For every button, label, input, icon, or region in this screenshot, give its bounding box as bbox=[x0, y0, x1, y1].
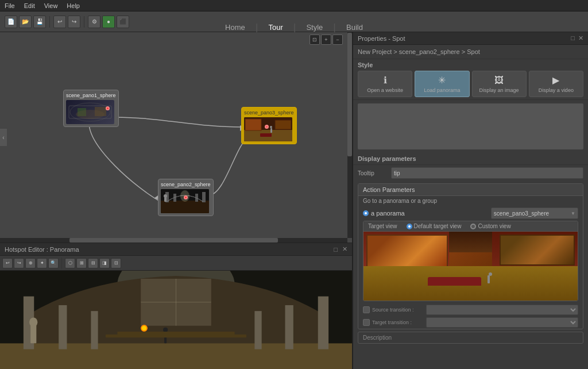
node-2-thumb bbox=[161, 189, 209, 213]
action-parameters-section: Action Parameters Go to a panorama or a … bbox=[358, 183, 583, 329]
ht-btn-9[interactable]: ◨ bbox=[99, 258, 110, 268]
target-view-image[interactable] bbox=[363, 232, 578, 301]
ht-btn-10[interactable]: ⊡ bbox=[111, 258, 121, 268]
style-tab-open-website[interactable]: ℹ Open a website bbox=[358, 71, 412, 97]
target-transition-checkbox[interactable] bbox=[363, 319, 370, 326]
pano-render bbox=[0, 271, 352, 369]
svg-rect-18 bbox=[245, 119, 261, 130]
props-expand-btn[interactable]: □ bbox=[571, 34, 575, 42]
default-view-radio[interactable] bbox=[407, 224, 412, 229]
svg-rect-25 bbox=[0, 343, 352, 369]
panorama-view[interactable]: Low Resolution (click here to load full … bbox=[0, 271, 352, 369]
svg-rect-14 bbox=[164, 197, 167, 202]
museum-figure-head bbox=[489, 272, 492, 276]
toolbar-separator-2 bbox=[84, 16, 84, 28]
description-title: Description bbox=[363, 335, 578, 341]
custom-view-radio[interactable] bbox=[470, 224, 476, 229]
save-button[interactable]: 💾 bbox=[33, 16, 46, 28]
style-tab-label-3: Display a video bbox=[539, 87, 574, 93]
display-params-title: Display parameters bbox=[353, 153, 588, 165]
export-button[interactable]: ⬛ bbox=[117, 16, 129, 28]
ht-btn-5[interactable]: 🔍 bbox=[48, 258, 59, 268]
menu-view[interactable]: View bbox=[44, 2, 58, 9]
style-tab-display-image[interactable]: 🖼 Display an image bbox=[472, 71, 527, 97]
select-dropdown-arrow: ▼ bbox=[571, 211, 575, 216]
canvas-vscrollbar[interactable] bbox=[347, 32, 352, 238]
main-content: scene_pano1_sphere s bbox=[0, 32, 588, 369]
style-tab-load-panorama[interactable]: ✳ Load panorama bbox=[415, 71, 469, 97]
ht-btn-6[interactable]: ⬡ bbox=[65, 258, 75, 268]
properties-title: Properties - Spot bbox=[358, 35, 405, 42]
canvas-zoom-fit[interactable]: ⊡ bbox=[310, 34, 320, 45]
svg-rect-31 bbox=[254, 311, 261, 349]
svg-rect-12 bbox=[202, 192, 206, 202]
ht-btn-2[interactable]: ↪ bbox=[14, 258, 24, 268]
node-panel: scene_pano1_sphere s bbox=[0, 32, 353, 369]
action-params-title: Action Parameters bbox=[358, 184, 583, 196]
node-1-hotspot bbox=[106, 106, 110, 110]
hotspot-toolbar: ↩ ↪ ⊕ ✦ 🔍 ⬡ ⊞ ⊟ ◨ ⊡ bbox=[0, 256, 352, 271]
undo-button[interactable]: ↩ bbox=[53, 16, 66, 28]
action-go-to-panorama-label: Go to a panorama or a group bbox=[358, 196, 583, 206]
ht-btn-3[interactable]: ⊕ bbox=[25, 258, 36, 268]
hotspot-editor: Hotspot Editor : Panorama □ ✕ ↩ ↪ ⊕ ✦ 🔍 … bbox=[0, 243, 352, 369]
style-tab-display-video[interactable]: ▶ Display a video bbox=[529, 71, 583, 97]
node-3-title: scene_pano3_sphere bbox=[244, 110, 294, 116]
ht-btn-8[interactable]: ⊟ bbox=[88, 258, 98, 268]
props-close-btn[interactable]: ✕ bbox=[578, 34, 583, 42]
properties-panel: Properties - Spot □ ✕ New Project > scen… bbox=[353, 32, 588, 369]
style-section-label: Style bbox=[353, 59, 588, 71]
svg-rect-35 bbox=[30, 325, 36, 344]
style-tab-label-1: Load panorama bbox=[424, 87, 460, 93]
target-panorama-value: scene_pano3_sphere bbox=[494, 210, 549, 217]
redo-button[interactable]: ↪ bbox=[68, 16, 80, 28]
green-button[interactable]: ● bbox=[102, 16, 115, 28]
svg-rect-21 bbox=[270, 128, 272, 133]
target-panorama-select[interactable]: scene_pano3_sphere ▼ bbox=[491, 207, 578, 219]
target-transition-select[interactable] bbox=[426, 317, 578, 328]
source-transition-select[interactable] bbox=[426, 305, 578, 315]
menu-bar: File Edit View Help bbox=[0, 0, 588, 11]
svg-point-36 bbox=[29, 317, 37, 326]
node-1-title: scene_pano1_sphere bbox=[66, 93, 116, 98]
node-scene-pano1[interactable]: scene_pano1_sphere bbox=[63, 90, 119, 127]
menu-file[interactable]: File bbox=[5, 2, 15, 9]
ht-sep bbox=[61, 257, 62, 269]
source-transition-label: Source transition : bbox=[372, 307, 424, 313]
panorama-radio[interactable] bbox=[363, 210, 369, 216]
svg-rect-30 bbox=[285, 305, 293, 349]
svg-rect-40 bbox=[117, 332, 234, 335]
ht-btn-1[interactable]: ↩ bbox=[2, 258, 13, 268]
node-scene-pano2[interactable]: scene_pano2_sphere bbox=[158, 179, 214, 216]
menu-edit[interactable]: Edit bbox=[24, 2, 35, 9]
node-scene-pano3[interactable]: scene_pano3_sphere bbox=[241, 107, 297, 144]
svg-rect-29 bbox=[318, 297, 328, 349]
style-preview bbox=[358, 103, 583, 149]
hotspot-expand-btn[interactable]: □ bbox=[334, 246, 338, 253]
tooltip-input[interactable] bbox=[391, 167, 583, 179]
properties-scroll[interactable]: New Project > scene_pano2_sphere > Spot … bbox=[353, 45, 588, 369]
node-canvas[interactable]: scene_pano1_sphere s bbox=[0, 32, 352, 243]
left-arrow[interactable]: ‹ bbox=[0, 129, 7, 146]
museum-figure-body bbox=[488, 275, 490, 283]
breadcrumb: New Project > scene_pano2_sphere > Spot bbox=[353, 45, 588, 59]
target-transition-label: Target transition : bbox=[372, 320, 424, 325]
canvas-hscrollbar[interactable] bbox=[0, 238, 347, 243]
settings-button[interactable]: ⚙ bbox=[88, 16, 100, 28]
target-transition-row: Target transition : bbox=[358, 316, 583, 329]
panorama-icon: ✳ bbox=[438, 75, 446, 86]
source-transition-checkbox[interactable] bbox=[363, 306, 370, 313]
menu-help[interactable]: Help bbox=[67, 2, 80, 9]
node-3-thumb bbox=[244, 117, 292, 141]
canvas-zoom-in[interactable]: + bbox=[321, 34, 331, 45]
properties-header: Properties - Spot □ ✕ bbox=[353, 32, 588, 45]
new-button[interactable]: 📄 bbox=[5, 16, 17, 28]
hotspot-close-btn[interactable]: ✕ bbox=[342, 245, 347, 253]
open-button[interactable]: 📂 bbox=[19, 16, 32, 28]
canvas-zoom-out[interactable]: − bbox=[332, 34, 343, 45]
ht-btn-7[interactable]: ⊞ bbox=[76, 258, 87, 268]
tooltip-label: Tooltip bbox=[358, 170, 386, 176]
custom-view-label: Custom view bbox=[478, 223, 510, 229]
source-transition-row: Source transition : bbox=[358, 303, 583, 316]
ht-btn-4[interactable]: ✦ bbox=[37, 258, 47, 268]
